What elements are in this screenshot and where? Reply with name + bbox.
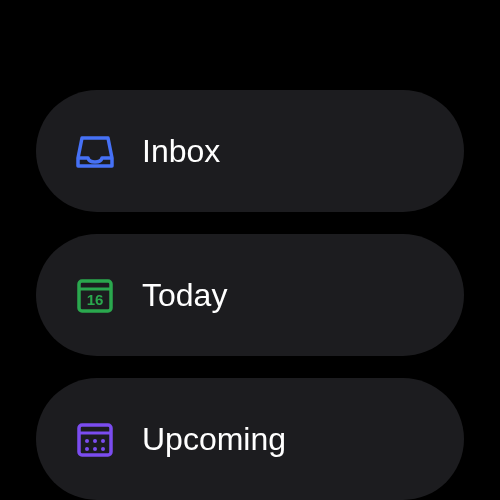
- svg-point-7: [101, 439, 105, 443]
- svg-point-6: [93, 439, 97, 443]
- calendar-upcoming-icon: [74, 418, 116, 460]
- inbox-icon: [74, 130, 116, 172]
- menu-item-upcoming[interactable]: Upcoming: [36, 378, 464, 500]
- menu-item-today[interactable]: 16 Today: [36, 234, 464, 356]
- svg-point-5: [85, 439, 89, 443]
- menu-item-label: Upcoming: [142, 421, 286, 458]
- calendar-today-icon: 16: [74, 274, 116, 316]
- menu-item-label: Inbox: [142, 133, 220, 170]
- svg-text:16: 16: [87, 291, 104, 308]
- menu-item-label: Today: [142, 277, 227, 314]
- menu-item-inbox[interactable]: Inbox: [36, 90, 464, 212]
- svg-point-9: [93, 447, 97, 451]
- svg-point-10: [101, 447, 105, 451]
- svg-point-8: [85, 447, 89, 451]
